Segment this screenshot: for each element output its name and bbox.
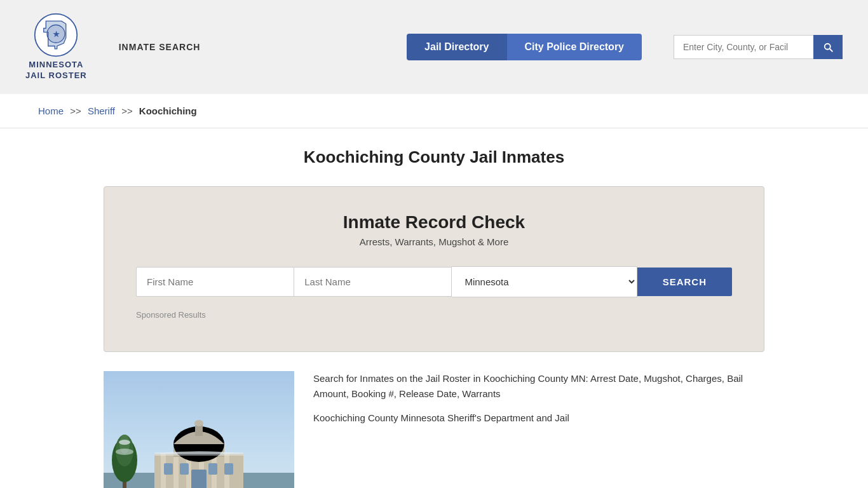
svg-rect-29 — [154, 452, 243, 456]
jail-image — [104, 371, 294, 488]
header-search-input[interactable] — [674, 35, 813, 59]
courthouse-image-svg — [104, 371, 294, 488]
record-check-title: Inmate Record Check — [136, 212, 732, 233]
record-search-button[interactable]: SEARCH — [637, 268, 732, 296]
svg-rect-21 — [224, 463, 233, 475]
inmate-search-link[interactable]: INMATE SEARCH — [119, 42, 201, 52]
content-description2: Koochiching County Minnesota Sheriff's D… — [313, 410, 764, 426]
page-title: Koochiching County Jail Inmates — [13, 147, 855, 167]
breadcrumb-sep1: >> — [70, 105, 81, 116]
record-check-box: Inmate Record Check Arrests, Warrants, M… — [104, 186, 764, 352]
breadcrumb-sep2: >> — [121, 105, 133, 116]
first-name-input[interactable] — [136, 267, 294, 297]
last-name-input[interactable] — [294, 267, 452, 297]
breadcrumb-home[interactable]: Home — [38, 105, 64, 116]
svg-rect-18 — [164, 463, 173, 475]
logo-text: MINNESOTA JAIL ROSTER — [25, 60, 87, 81]
svg-point-17 — [194, 420, 203, 426]
header-search-button[interactable] — [813, 35, 843, 59]
breadcrumb-current: Koochiching — [139, 105, 197, 116]
svg-rect-9 — [173, 454, 179, 488]
logo-icon: ★ — [34, 13, 78, 57]
content-text: Search for Inmates on the Jail Roster in… — [313, 371, 764, 426]
svg-text:★: ★ — [53, 30, 60, 39]
record-search-row: Minnesota Alabama Alaska Arizona Arkansa… — [136, 266, 732, 297]
svg-rect-22 — [191, 470, 207, 488]
jail-directory-button[interactable]: Jail Directory — [407, 34, 506, 60]
breadcrumb-sheriff[interactable]: Sheriff — [88, 105, 115, 116]
city-police-directory-button[interactable]: City Police Directory — [507, 34, 642, 60]
nav-buttons: Jail Directory City Police Directory — [407, 34, 642, 60]
svg-point-28 — [116, 449, 133, 455]
search-icon — [822, 41, 834, 53]
state-select[interactable]: Minnesota Alabama Alaska Arizona Arkansa… — [452, 266, 637, 297]
page-title-section: Koochiching County Jail Inmates — [0, 128, 868, 180]
header-search-bar — [674, 35, 843, 59]
site-header: ★ MINNESOTA JAIL ROSTER INMATE SEARCH Ja… — [0, 0, 868, 94]
sponsored-results-label: Sponsored Results — [136, 310, 732, 320]
site-logo-link[interactable]: ★ MINNESOTA JAIL ROSTER — [25, 13, 87, 81]
svg-rect-19 — [180, 463, 189, 475]
content-description1: Search for Inmates on the Jail Roster in… — [313, 371, 764, 402]
breadcrumb: Home >> Sheriff >> Koochiching — [0, 94, 868, 128]
svg-point-27 — [119, 440, 130, 445]
content-section: Search for Inmates on the Jail Roster in… — [78, 371, 790, 488]
record-check-subtitle: Arrests, Warrants, Mugshot & More — [136, 236, 732, 247]
svg-rect-20 — [208, 463, 217, 475]
